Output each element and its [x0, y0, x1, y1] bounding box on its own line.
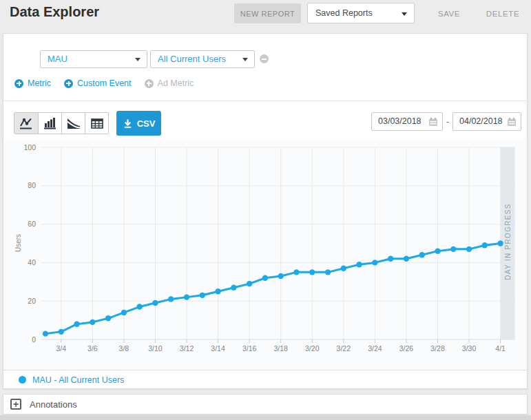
legend-series-label: MAU - All Current Users	[32, 375, 124, 385]
save-button[interactable]: SAVE	[428, 3, 470, 23]
add-ad-metric-link: Ad Metric	[145, 78, 194, 88]
line-chart-type-button[interactable]	[14, 113, 38, 134]
remove-metric-icon[interactable]	[260, 54, 269, 63]
annotations-section[interactable]: + Annotations	[3, 394, 528, 414]
svg-text:DAY IN PROGRESS: DAY IN PROGRESS	[504, 203, 512, 280]
svg-text:3/28: 3/28	[430, 344, 445, 353]
expand-plus-icon[interactable]: +	[10, 399, 21, 410]
add-custom-event-link[interactable]: Custom Event	[64, 78, 132, 88]
svg-text:80: 80	[28, 181, 36, 189]
svg-text:3/16: 3/16	[242, 344, 257, 353]
svg-text:3/12: 3/12	[180, 344, 194, 353]
plus-circle-icon	[14, 79, 23, 88]
next-section-edge	[0, 415, 531, 420]
start-date-value: 03/03/2018	[378, 116, 421, 126]
chevron-down-icon	[242, 58, 248, 61]
bar-chart-icon	[43, 117, 56, 129]
download-icon	[123, 118, 133, 129]
svg-text:Users: Users	[14, 234, 22, 252]
metric-dropdown[interactable]: MAU	[40, 50, 147, 68]
chevron-down-icon	[135, 58, 140, 61]
bar-chart-type-button[interactable]	[38, 113, 61, 134]
svg-text:0: 0	[32, 335, 36, 344]
svg-text:20: 20	[28, 297, 36, 305]
page-title: Data Explorer	[10, 4, 99, 20]
svg-text:3/18: 3/18	[273, 344, 288, 353]
svg-text:3/8: 3/8	[119, 344, 129, 353]
annotations-label: Annotations	[30, 399, 77, 410]
metric-dropdown-value: MAU	[48, 54, 67, 64]
end-date-input[interactable]: 04/02/2018	[452, 112, 521, 131]
calendar-icon	[428, 117, 438, 127]
svg-text:3/26: 3/26	[399, 344, 414, 353]
section-divider	[3, 101, 527, 101]
end-date-value: 04/02/2018	[459, 116, 503, 126]
chart-type-switcher	[14, 112, 109, 134]
delete-button[interactable]: DELETE	[481, 3, 525, 23]
svg-text:3/20: 3/20	[305, 344, 320, 353]
svg-text:3/30: 3/30	[462, 344, 477, 353]
add-ad-metric-label: Ad Metric	[158, 78, 194, 88]
table-chart-type-button[interactable]	[85, 113, 108, 134]
line-chart[interactable]: 3/43/63/83/103/123/143/163/183/203/223/2…	[3, 138, 525, 370]
report-card: MAU All Current Users Metric Custom Even…	[3, 33, 528, 389]
add-metric-link[interactable]: Metric	[14, 78, 51, 88]
new-report-button[interactable]: NEW REPORT	[234, 3, 301, 23]
date-separator: -	[446, 117, 449, 127]
add-custom-event-label: Custom Event	[77, 78, 132, 88]
saved-reports-dropdown[interactable]: Saved Reports	[307, 3, 415, 23]
chart-canvas: 3/43/63/83/103/123/143/163/183/203/223/2…	[3, 138, 525, 370]
add-metric-label: Metric	[28, 78, 51, 88]
legend-series-dot	[19, 376, 26, 384]
table-icon	[91, 118, 103, 129]
svg-text:3/22: 3/22	[337, 344, 351, 353]
chevron-down-icon	[402, 12, 407, 16]
area-chart-icon	[67, 118, 81, 129]
csv-label: CSV	[137, 118, 156, 129]
start-date-input[interactable]: 03/03/2018	[371, 112, 443, 131]
segment-dropdown-value: All Current Users	[158, 54, 226, 64]
line-chart-icon	[19, 117, 33, 130]
svg-text:3/14: 3/14	[211, 344, 225, 353]
svg-text:100: 100	[23, 143, 36, 151]
date-range-picker: 03/03/2018 - 04/02/2018	[371, 112, 521, 131]
plus-circle-icon	[64, 79, 73, 88]
svg-text:40: 40	[28, 258, 36, 266]
svg-text:60: 60	[28, 220, 36, 228]
svg-text:3/4: 3/4	[56, 344, 66, 353]
svg-text:3/10: 3/10	[148, 344, 163, 353]
chart-legend[interactable]: MAU - All Current Users	[3, 370, 527, 389]
svg-text:3/6: 3/6	[87, 344, 98, 353]
svg-text:3/24: 3/24	[368, 344, 382, 353]
calendar-icon	[507, 117, 517, 127]
plus-circle-icon	[145, 79, 154, 88]
csv-download-button[interactable]: CSV	[116, 111, 161, 136]
add-row: Metric Custom Event Ad Metric	[14, 78, 194, 89]
svg-text:4/1: 4/1	[495, 344, 506, 353]
saved-reports-label: Saved Reports	[315, 8, 373, 18]
area-chart-type-button[interactable]	[61, 113, 85, 134]
segment-dropdown[interactable]: All Current Users	[150, 50, 255, 68]
